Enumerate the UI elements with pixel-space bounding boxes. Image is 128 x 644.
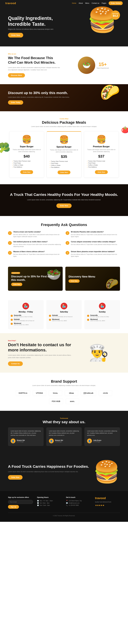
newsletter-input[interactable] — [8, 500, 33, 504]
hero-cta-button[interactable]: Order Now — [8, 33, 23, 38]
meal-name-2: Special Burger — [50, 146, 78, 148]
package-section: Combo Meal Delicious Package Meals Lorem… — [0, 111, 128, 184]
faq-icon-3: i — [8, 241, 12, 245]
location-icon-2: 🏪 — [61, 303, 67, 310]
location-icon: 📍 — [66, 500, 68, 502]
footer-address: 123 Street Name, City — [69, 500, 82, 502]
nav-link-home[interactable]: Home — [72, 2, 76, 4]
brand-section: Brand Support Lorem ipsum dolor sit amet… — [0, 373, 128, 411]
meal-order-button-3[interactable]: Order Now — [95, 170, 108, 174]
brand-item-5: [i]CodeLab — [81, 390, 96, 396]
feature-item: Free Additions — [87, 166, 116, 168]
brand-item-8: aven. — [66, 398, 79, 404]
clock-icon: 🕐 — [37, 502, 39, 504]
location-spot-2-2: Westwood 2000 Us Center Ave, 48503 — [49, 318, 79, 322]
faq-icon-2: i — [66, 231, 69, 235]
location-name: Somerville — [90, 314, 109, 316]
faq-question-3: Sed eleifend placerat ac mollis libero m… — [13, 241, 62, 243]
package-label: Combo Meal — [8, 118, 120, 120]
contact-section: Need Help? Don't Hesitate to contact us … — [0, 333, 128, 373]
newsletter-submit-button[interactable]: Sign Up — [8, 505, 19, 509]
logo[interactable]: travood — [5, 2, 16, 5]
faq-question-6: Dictum libero pharetra ornare imperdiet … — [71, 251, 120, 252]
faq-answer-2: Est mus ultrices tellus sit. Turpis libe… — [71, 234, 120, 238]
location-addr: 56 Union Square 12 Bow St (Tufts) — [14, 316, 32, 318]
testimonial-card-1: Lorem ipsum dolor sit amet, consectetur … — [8, 427, 44, 446]
meal-order-button-1[interactable]: Order Now — [20, 170, 33, 174]
faq-item-1: i Viverra ornare sem facilisi conubia? E… — [8, 231, 62, 238]
meal-desc-3: Tractus ulam Burger amet lorem ipsum dol… — [87, 149, 116, 153]
brand-description: Lorem ipsum dolor sit amet consectetur a… — [8, 385, 120, 386]
faq-item-3: i Sed eleifend placerat ac mollis libero… — [8, 241, 62, 248]
location-icon-3: 🏪 — [99, 303, 106, 310]
testimonials-grid: Lorem ipsum dolor sit amet, consectetur … — [8, 427, 120, 446]
footer-hour-1: Mon - Fri: 9am - 10pm — [40, 500, 53, 502]
author-role-2: Food Blogger — [55, 441, 63, 442]
footer-hour-2: Sat: 10am - 8pm — [40, 502, 50, 504]
location-spot-1-3: Westwood 2000 Us Center Ave, 48503 — [11, 322, 41, 326]
meal-card-3: 🍔 Premium Burger Tractus ulam Burger ame… — [84, 131, 119, 178]
brands-grid: EARTH.io UTOSIA treva. ideaa [i]CodeLab … — [8, 390, 120, 404]
contact-cta-button[interactable]: Contact Us — [8, 362, 23, 366]
testimonial-text-2: Lorem ipsum dolor sit amet, consectetur … — [49, 430, 79, 436]
nav-link-menu[interactable]: Menu — [85, 2, 89, 4]
author-name-1: Retanic Bel — [17, 440, 25, 441]
location-spot-1-1: Somerville 56 Union Square 12 Bow St (Tu… — [11, 314, 41, 318]
discount-cta-button[interactable]: Order Today — [8, 100, 23, 104]
meal-image-2: 🍔 — [50, 135, 78, 144]
nav-link-contact[interactable]: Contact us — [92, 2, 99, 4]
nav-order-button[interactable]: Order Online — [109, 1, 123, 5]
bottom-hero-image: 🍔 — [93, 459, 120, 484]
footer-col-contact: Get in touch 📍 123 Street Name, City ✉️ … — [66, 496, 91, 509]
hero-section: Quality Ingredients, Incredible Taste. M… — [0, 6, 128, 46]
location-addr: 2000 Us Center Ave, 48503 — [90, 320, 105, 322]
faq-title: Frequently Ask Questions — [8, 223, 120, 227]
location-spot-3-1: Somerville 56 Union Square 12 Bow St (Tu… — [87, 314, 117, 318]
stat-number: 15+ — [96, 62, 109, 67]
faq-question-4: Cursus aliquet consectetur ornare tellus… — [71, 241, 117, 243]
testimonial-text-3: Lorem ipsum dolor sit amet, consectetur … — [87, 430, 117, 436]
food-image: 🥗 — [78, 56, 95, 74]
clock-icon: 🕐 — [37, 500, 39, 502]
meal-order-button-2[interactable]: Order Now — [58, 170, 70, 174]
healthy-banner: A Truck That Carries Healthy Foods For Y… — [0, 184, 128, 216]
location-dot — [11, 319, 13, 321]
location-addr: 150 NJ-35 (Holmdel) 150 NJ Route 35 — [52, 316, 72, 318]
healthy-title: A Truck That Carries Healthy Foods For Y… — [8, 192, 120, 197]
email-icon: ✉️ — [66, 502, 68, 504]
location-day-3: Sunday — [87, 311, 117, 313]
location-dot — [11, 315, 13, 317]
bottom-hero-title: A Food Truck Carries Happiness For Foodi… — [8, 464, 89, 469]
location-name: Holmdel — [14, 318, 34, 320]
faq-icon-4: i — [66, 241, 69, 245]
feature-item: Tractus Ulam Premium meal — [50, 160, 78, 162]
meal-desc-2: Tractus ulam Burger amet lorem ipsum dol… — [50, 149, 78, 153]
about-cta-button[interactable]: Discover More — [8, 73, 25, 78]
promo-cta-left[interactable]: Order Now — [11, 283, 22, 286]
brand-item-3: treva. — [49, 390, 62, 396]
about-title: We The Food Because This Chef Can Work O… — [8, 56, 61, 65]
location-icon-1: 🏪 — [22, 303, 29, 310]
footer-logo: travood — [95, 496, 120, 500]
location-card-saturday: 🏪 Saturday Holmdel 150 NJ-35 (Holmdel) 1… — [46, 300, 82, 329]
feature-item: Coffee or Shake — [12, 164, 41, 166]
footer-hours-title: Opening Hours — [37, 496, 62, 498]
stat-label: Years Experienced — [96, 67, 109, 69]
feature-item: Coffee or Shake — [50, 164, 78, 166]
location-addr: 56 Union Square 12 Bow St (Tufts) — [90, 316, 109, 318]
healthy-cta-button[interactable]: Order Now — [56, 204, 72, 208]
faq-icon-6: i — [66, 251, 69, 255]
meal-desc-1: Tractus ulam Burger amet lorem ipsum dol… — [12, 149, 41, 153]
author-avatar-1: 👤 — [11, 438, 16, 443]
nav-link-about[interactable]: About — [79, 2, 83, 4]
faq-icon-5: i — [8, 251, 12, 255]
faq-question-5: Maurae ut libero viverra ultrices ultric… — [13, 251, 62, 252]
promo-card-right: Discovery New Menu Order Now 🌮 — [65, 267, 120, 291]
promo-cta-right[interactable]: Order Now — [68, 279, 80, 283]
brand-item-6: circle — [99, 390, 112, 396]
bottom-hero-cta-button[interactable]: Order Now — [8, 475, 22, 480]
footer-phone: +1 234 567 8900 — [69, 504, 79, 506]
nav-link-pages[interactable]: Pages — [102, 2, 106, 4]
price-value: $4.2 — [113, 14, 118, 17]
feature-item: Free Additions — [50, 166, 78, 168]
